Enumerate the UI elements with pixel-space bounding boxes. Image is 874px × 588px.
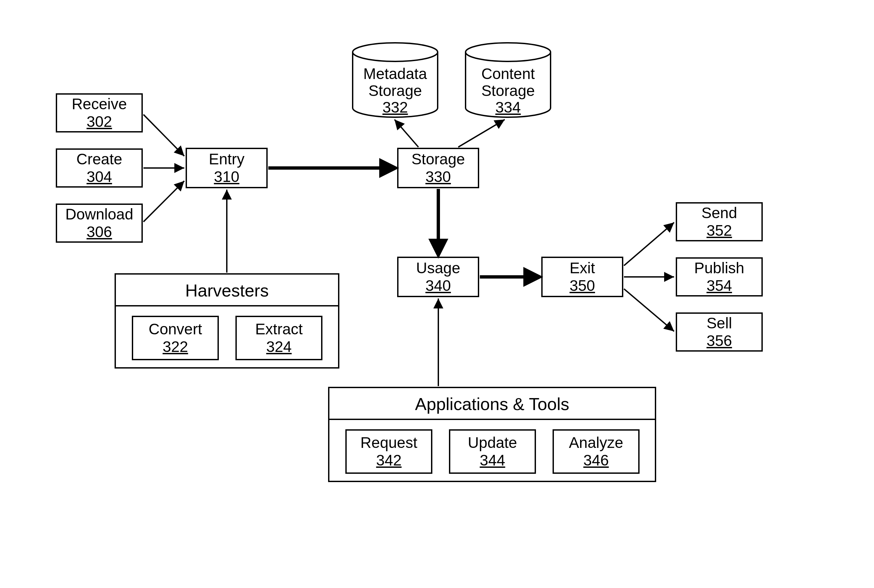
box-entry: Entry 310 bbox=[186, 148, 268, 188]
container-apps-title: Applications & Tools bbox=[330, 388, 655, 418]
svg-line-2 bbox=[144, 114, 184, 156]
box-exit-label: Exit bbox=[570, 259, 595, 277]
box-extract-label: Extract bbox=[255, 320, 303, 338]
box-publish-label: Publish bbox=[694, 259, 745, 277]
container-harvesters-title: Harvesters bbox=[116, 274, 338, 305]
box-entry-num: 310 bbox=[214, 168, 240, 186]
box-update-label: Update bbox=[468, 434, 517, 452]
box-sell: Sell 356 bbox=[676, 312, 763, 352]
box-publish-num: 354 bbox=[707, 277, 732, 294]
svg-line-10 bbox=[624, 222, 674, 266]
svg-line-12 bbox=[624, 289, 674, 332]
box-analyze-num: 346 bbox=[583, 452, 609, 469]
cylinder-content-l1: Content bbox=[463, 65, 553, 82]
box-usage: Usage 340 bbox=[397, 256, 479, 297]
svg-line-4 bbox=[144, 181, 184, 222]
box-send-num: 352 bbox=[707, 222, 732, 239]
box-convert-label: Convert bbox=[148, 320, 202, 338]
box-receive: Receive 302 bbox=[56, 93, 143, 132]
box-download-num: 306 bbox=[87, 223, 112, 241]
box-storage-label: Storage bbox=[411, 150, 465, 168]
cylinder-content-l2: Storage bbox=[463, 82, 553, 99]
box-exit-num: 350 bbox=[570, 277, 595, 294]
svg-line-6 bbox=[394, 120, 418, 147]
box-request-num: 342 bbox=[376, 452, 402, 469]
svg-point-0 bbox=[353, 43, 438, 62]
box-sell-label: Sell bbox=[707, 314, 732, 332]
box-extract-num: 324 bbox=[266, 338, 292, 356]
box-convert: Convert 322 bbox=[132, 316, 219, 360]
container-harvesters: Harvesters Convert 322 Extract 324 bbox=[115, 273, 339, 369]
box-sell-num: 356 bbox=[707, 332, 732, 350]
box-create-num: 304 bbox=[87, 168, 112, 186]
cylinder-content: Content Storage 334 bbox=[463, 42, 553, 120]
box-analyze-label: Analyze bbox=[569, 434, 623, 452]
box-create-label: Create bbox=[76, 150, 122, 168]
box-request-label: Request bbox=[360, 434, 417, 452]
cylinder-content-num: 334 bbox=[463, 99, 553, 116]
cylinder-metadata-num: 332 bbox=[350, 99, 440, 116]
box-receive-num: 302 bbox=[87, 113, 112, 130]
box-receive-label: Receive bbox=[72, 95, 127, 113]
box-update-num: 344 bbox=[480, 452, 505, 469]
box-send-label: Send bbox=[701, 204, 737, 222]
cylinder-metadata: Metadata Storage 332 bbox=[350, 42, 440, 120]
box-entry-label: Entry bbox=[209, 150, 244, 168]
box-create: Create 304 bbox=[56, 148, 143, 188]
box-exit: Exit 350 bbox=[541, 256, 623, 297]
box-request: Request 342 bbox=[345, 429, 432, 474]
box-update: Update 344 bbox=[449, 429, 536, 474]
box-send: Send 352 bbox=[676, 202, 763, 242]
box-usage-label: Usage bbox=[416, 259, 460, 277]
box-storage-num: 330 bbox=[426, 168, 451, 186]
diagram-canvas: Receive 302 Create 304 Download 306 Entr… bbox=[0, 0, 874, 588]
svg-point-1 bbox=[466, 43, 550, 62]
box-convert-num: 322 bbox=[163, 338, 188, 356]
cylinder-metadata-l1: Metadata bbox=[350, 65, 440, 82]
box-storage: Storage 330 bbox=[397, 148, 479, 188]
box-usage-num: 340 bbox=[426, 277, 451, 294]
box-analyze: Analyze 346 bbox=[553, 429, 640, 474]
svg-line-7 bbox=[458, 120, 505, 147]
box-download: Download 306 bbox=[56, 204, 143, 243]
container-apps: Applications & Tools Request 342 Update … bbox=[328, 387, 656, 482]
cylinder-metadata-l2: Storage bbox=[350, 82, 440, 99]
box-extract: Extract 324 bbox=[235, 316, 322, 360]
box-publish: Publish 354 bbox=[676, 257, 763, 297]
box-download-label: Download bbox=[65, 206, 133, 223]
